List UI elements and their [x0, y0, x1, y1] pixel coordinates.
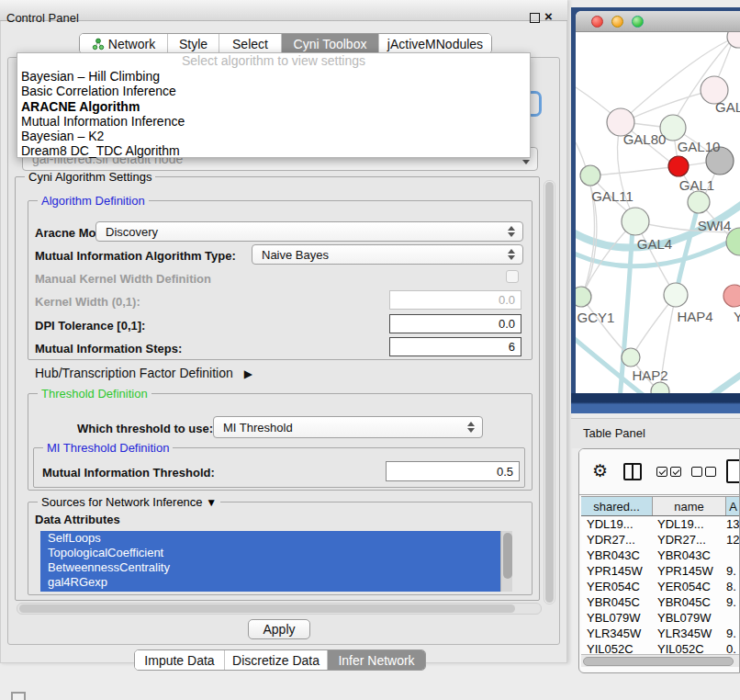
collapsed-panel-icon[interactable] — [11, 692, 26, 700]
apply-button[interactable]: Apply — [248, 619, 310, 639]
collapse-arrow-icon[interactable]: ▼ — [206, 496, 217, 509]
zoom-traffic-light[interactable] — [632, 16, 644, 28]
table-row[interactable]: YLR345WYLR345W9. — [581, 627, 740, 642]
table-row[interactable]: YBR045CYBR045C9. — [581, 595, 740, 611]
horizontal-scrollbar-thumb[interactable] — [19, 604, 515, 613]
cell-name[interactable]: YLR345W — [653, 627, 726, 642]
mi-steps-field[interactable]: 6 — [389, 337, 521, 356]
cell-value[interactable]: 9. — [726, 564, 740, 580]
node-hap4[interactable] — [664, 283, 688, 307]
cell-shared[interactable]: YDL19... — [581, 517, 653, 533]
dropdown-item[interactable]: Bayesian – K2 — [17, 129, 530, 143]
attribute-item[interactable]: TopologicalCoefficient — [40, 546, 512, 560]
cell-shared[interactable]: YBL079W — [581, 611, 653, 627]
node-gal4[interactable] — [622, 208, 649, 235]
dropdown-item[interactable]: Dream8 DC_TDC Algorithm — [17, 143, 530, 158]
node-gcy1[interactable] — [576, 287, 591, 307]
table-row[interactable]: YPR145WYPR145W9. — [581, 564, 740, 580]
dropdown-item-selected[interactable]: ARACNE Algorithm — [17, 99, 530, 114]
node-partial-bottom[interactable] — [651, 382, 669, 393]
node-gal11[interactable] — [580, 165, 600, 186]
table-row[interactable]: YDR27...YDR27...12 — [581, 533, 740, 548]
node-salmon-partial[interactable] — [723, 285, 740, 307]
dropdown-item[interactable]: Mutual Information Inference — [17, 114, 530, 129]
cell-name[interactable]: YBR045C — [653, 595, 726, 611]
list-scrollbar-thumb[interactable] — [503, 533, 512, 579]
float-window-icon[interactable] — [530, 13, 540, 23]
close-icon[interactable]: × — [544, 8, 553, 24]
dpi-tolerance-field[interactable]: 0.0 — [389, 314, 521, 333]
dropdown-item[interactable]: Basic Correlation Inference — [17, 84, 530, 98]
node-gal1-red[interactable] — [668, 156, 689, 176]
node-partial-top[interactable] — [727, 32, 740, 48]
cell-shared[interactable]: YPR145W — [581, 564, 653, 580]
split-columns-icon[interactable] — [623, 463, 642, 480]
control-panel-titlebar[interactable] — [0, 0, 567, 21]
cell-value[interactable]: 0. — [726, 642, 740, 654]
cell-shared[interactable]: YDR27... — [581, 533, 653, 548]
node-swi4[interactable] — [688, 191, 710, 213]
new-column-icon[interactable] — [726, 459, 740, 483]
manual-kernel-checkbox[interactable] — [506, 270, 519, 283]
attribute-item[interactable]: SelfLoops — [40, 531, 512, 546]
cell-name[interactable]: YBL079W — [653, 611, 726, 627]
table-row[interactable]: YDL19...YDL19...13 — [581, 517, 740, 533]
table-row[interactable]: YIL052CYIL052C0. — [581, 642, 740, 654]
cell-name[interactable]: YBR043C — [653, 548, 726, 564]
table-horizontal-scrollbar[interactable] — [581, 654, 739, 667]
cell-value[interactable]: 9. — [726, 595, 740, 611]
column-header-shared[interactable]: shared... — [581, 497, 653, 515]
network-view-window[interactable]: GAL GAL80 GAL10 GAL1 GAL11 SWI4 GAL4 GCY… — [571, 7, 740, 413]
cell-name[interactable]: YIL052C — [653, 642, 726, 654]
hub-definition-toggle[interactable]: Hub/Transcription Factor Definition ▶ — [35, 366, 252, 380]
tab-discretize-data[interactable]: Discretize Data — [225, 650, 328, 670]
table-row[interactable]: YBR043CYBR043C — [581, 548, 740, 564]
tab-impute-data[interactable]: Impute Data — [135, 650, 225, 670]
mi-threshold-field[interactable]: 0.5 — [386, 461, 520, 481]
table-row[interactable]: YER054CYER054C8. — [581, 580, 740, 595]
network-canvas[interactable]: GAL GAL80 GAL10 GAL1 GAL11 SWI4 GAL4 GCY… — [576, 32, 740, 393]
select-all-icon[interactable] — [656, 467, 681, 477]
tab-network[interactable]: Network — [80, 34, 168, 53]
list-scrollbar[interactable] — [500, 531, 512, 592]
cell-value[interactable] — [726, 611, 740, 627]
minimize-traffic-light[interactable] — [611, 16, 623, 28]
table-scrollbar-thumb[interactable] — [583, 657, 734, 666]
attribute-item[interactable]: gal4RGexp — [40, 575, 512, 590]
node-hap2[interactable] — [622, 348, 640, 367]
aracne-mode-combo[interactable]: Discovery — [95, 221, 523, 242]
tab-jactivemnodules[interactable]: jActiveMNodules — [379, 34, 491, 53]
close-traffic-light[interactable] — [591, 16, 603, 28]
deselect-all-icon[interactable] — [691, 467, 716, 477]
cell-shared[interactable]: YBR045C — [581, 595, 653, 611]
tab-infer-network[interactable]: Infer Network — [328, 650, 425, 670]
table-row[interactable]: YBL079WYBL079W — [581, 611, 740, 627]
attribute-item[interactable]: BetweennessCentrality — [40, 560, 512, 575]
cell-value[interactable]: 8. — [726, 580, 740, 595]
cell-value[interactable]: 12 — [726, 533, 740, 548]
cell-value[interactable] — [726, 548, 740, 564]
cell-name[interactable]: YDR27... — [653, 533, 726, 548]
mi-type-combo[interactable]: Naive Bayes — [252, 244, 523, 265]
tab-select[interactable]: Select — [219, 34, 282, 53]
tab-style[interactable]: Style — [168, 34, 219, 53]
cell-name[interactable]: YPR145W — [653, 564, 726, 580]
horizontal-scrollbar[interactable] — [17, 603, 542, 615]
cell-name[interactable]: YER054C — [653, 580, 726, 595]
dropdown-item[interactable]: Bayesian – Hill Climbing — [17, 69, 530, 84]
network-window-titlebar[interactable] — [576, 11, 740, 32]
expand-arrow-icon[interactable]: ▶ — [244, 367, 252, 380]
gear-icon[interactable]: ⚙ — [592, 460, 608, 481]
vertical-scrollbar[interactable] — [544, 180, 555, 604]
algorithm-dropdown-list[interactable]: Select algorithm to view settings Bayesi… — [17, 52, 531, 158]
cell-shared[interactable]: YLR345W — [581, 627, 653, 642]
column-header-partial[interactable]: A — [726, 497, 740, 515]
cell-value[interactable]: 13 — [726, 517, 740, 533]
column-header-name[interactable]: name — [653, 497, 726, 515]
cell-value[interactable]: 9. — [726, 627, 740, 642]
cell-shared[interactable]: YIL052C — [581, 642, 653, 654]
cell-shared[interactable]: YER054C — [581, 580, 653, 595]
tab-cyni-toolbox[interactable]: Cyni Toolbox — [282, 34, 379, 53]
which-threshold-combo[interactable]: MI Threshold — [213, 416, 483, 438]
kernel-width-field[interactable]: 0.0 — [389, 290, 521, 310]
